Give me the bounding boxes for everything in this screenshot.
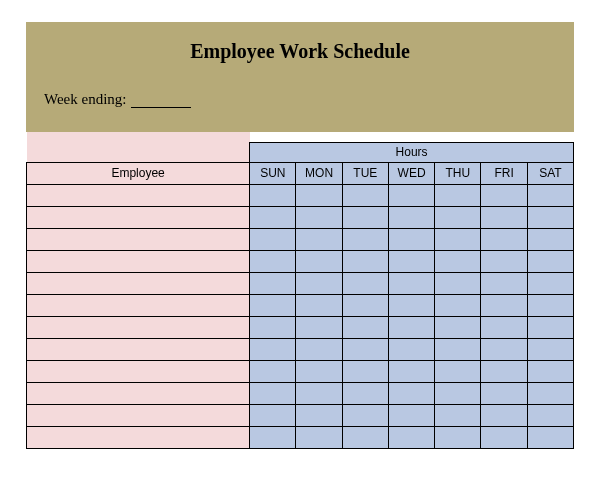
hours-cell[interactable] — [342, 382, 388, 404]
hours-cell[interactable] — [388, 272, 434, 294]
hours-cell[interactable] — [342, 426, 388, 448]
hours-cell[interactable] — [296, 404, 342, 426]
hours-cell[interactable] — [342, 360, 388, 382]
hours-cell[interactable] — [250, 228, 296, 250]
hours-cell[interactable] — [435, 250, 481, 272]
hours-cell[interactable] — [527, 250, 573, 272]
hours-cell[interactable] — [296, 228, 342, 250]
hours-cell[interactable] — [481, 184, 527, 206]
hours-cell[interactable] — [250, 294, 296, 316]
employee-cell[interactable] — [27, 250, 250, 272]
hours-cell[interactable] — [250, 250, 296, 272]
hours-cell[interactable] — [435, 338, 481, 360]
hours-cell[interactable] — [296, 206, 342, 228]
hours-cell[interactable] — [250, 184, 296, 206]
hours-cell[interactable] — [481, 272, 527, 294]
hours-cell[interactable] — [435, 316, 481, 338]
hours-cell[interactable] — [435, 404, 481, 426]
hours-cell[interactable] — [481, 382, 527, 404]
hours-cell[interactable] — [388, 228, 434, 250]
hours-cell[interactable] — [527, 426, 573, 448]
hours-cell[interactable] — [296, 382, 342, 404]
hours-cell[interactable] — [481, 404, 527, 426]
employee-cell[interactable] — [27, 360, 250, 382]
hours-cell[interactable] — [250, 360, 296, 382]
hours-cell[interactable] — [342, 228, 388, 250]
hours-cell[interactable] — [388, 404, 434, 426]
hours-cell[interactable] — [435, 382, 481, 404]
hours-cell[interactable] — [342, 316, 388, 338]
employee-cell[interactable] — [27, 382, 250, 404]
employee-cell[interactable] — [27, 404, 250, 426]
hours-cell[interactable] — [481, 426, 527, 448]
hours-cell[interactable] — [342, 294, 388, 316]
employee-cell[interactable] — [27, 272, 250, 294]
hours-cell[interactable] — [527, 338, 573, 360]
hours-cell[interactable] — [435, 426, 481, 448]
hours-cell[interactable] — [481, 228, 527, 250]
hours-cell[interactable] — [435, 228, 481, 250]
hours-cell[interactable] — [388, 316, 434, 338]
hours-cell[interactable] — [388, 206, 434, 228]
hours-cell[interactable] — [296, 272, 342, 294]
employee-cell[interactable] — [27, 316, 250, 338]
hours-cell[interactable] — [296, 294, 342, 316]
hours-cell[interactable] — [435, 206, 481, 228]
hours-cell[interactable] — [296, 338, 342, 360]
hours-cell[interactable] — [342, 272, 388, 294]
employee-cell[interactable] — [27, 426, 250, 448]
hours-cell[interactable] — [481, 206, 527, 228]
hours-cell[interactable] — [388, 250, 434, 272]
hours-cell[interactable] — [342, 338, 388, 360]
hours-cell[interactable] — [388, 382, 434, 404]
hours-cell[interactable] — [527, 206, 573, 228]
hours-cell[interactable] — [342, 250, 388, 272]
hours-cell[interactable] — [296, 250, 342, 272]
hours-cell[interactable] — [388, 184, 434, 206]
hours-cell[interactable] — [342, 206, 388, 228]
employee-cell[interactable] — [27, 206, 250, 228]
hours-cell[interactable] — [250, 338, 296, 360]
hours-cell[interactable] — [527, 184, 573, 206]
hours-cell[interactable] — [527, 404, 573, 426]
hours-cell[interactable] — [250, 316, 296, 338]
header-banner: Employee Work Schedule Week ending: — [26, 22, 574, 132]
hours-cell[interactable] — [527, 316, 573, 338]
hours-cell[interactable] — [250, 404, 296, 426]
hours-cell[interactable] — [296, 184, 342, 206]
hours-cell[interactable] — [527, 272, 573, 294]
hours-cell[interactable] — [481, 294, 527, 316]
employee-cell[interactable] — [27, 184, 250, 206]
hours-cell[interactable] — [296, 360, 342, 382]
hours-cell[interactable] — [388, 426, 434, 448]
table-row — [27, 228, 574, 250]
employee-cell[interactable] — [27, 338, 250, 360]
employee-cell[interactable] — [27, 294, 250, 316]
hours-cell[interactable] — [388, 360, 434, 382]
hours-cell[interactable] — [481, 250, 527, 272]
hours-cell[interactable] — [296, 316, 342, 338]
hours-cell[interactable] — [435, 184, 481, 206]
hours-cell[interactable] — [527, 360, 573, 382]
employee-cell[interactable] — [27, 228, 250, 250]
hours-cell[interactable] — [481, 360, 527, 382]
hours-cell[interactable] — [435, 294, 481, 316]
hours-cell[interactable] — [296, 426, 342, 448]
hours-cell[interactable] — [435, 272, 481, 294]
hours-cell[interactable] — [527, 294, 573, 316]
hours-cell[interactable] — [388, 338, 434, 360]
hours-cell[interactable] — [481, 338, 527, 360]
hours-cell[interactable] — [250, 272, 296, 294]
day-header-tue: TUE — [342, 162, 388, 184]
hours-cell[interactable] — [527, 382, 573, 404]
hours-cell[interactable] — [527, 228, 573, 250]
hours-cell[interactable] — [435, 360, 481, 382]
hours-cell[interactable] — [388, 294, 434, 316]
hours-cell[interactable] — [342, 404, 388, 426]
week-ending-input[interactable] — [131, 94, 191, 108]
hours-cell[interactable] — [250, 382, 296, 404]
hours-cell[interactable] — [250, 206, 296, 228]
hours-cell[interactable] — [342, 184, 388, 206]
hours-cell[interactable] — [250, 426, 296, 448]
hours-cell[interactable] — [481, 316, 527, 338]
